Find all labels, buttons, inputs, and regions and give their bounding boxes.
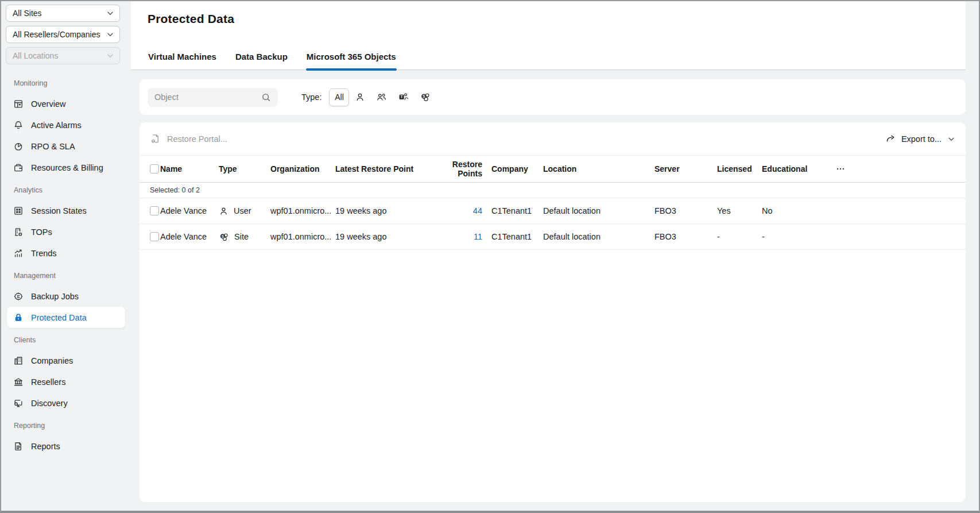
- ellipsis-icon: [835, 164, 846, 174]
- chevron-down-icon: [106, 52, 114, 60]
- cell-organization: wpf01.onmicro...: [270, 206, 335, 215]
- row-checkbox[interactable]: [150, 206, 159, 215]
- sidebar-item-label: Backup Jobs: [31, 292, 79, 301]
- scope-filters: All Sites All Resellers/Companies All Lo…: [0, 5, 131, 64]
- cell-latest-restore-point: 19 weeks ago: [335, 206, 436, 215]
- selection-summary-row: Selected: 0 of 2: [140, 183, 966, 198]
- sidebar-item-backup-jobs[interactable]: Backup Jobs: [7, 286, 125, 307]
- column-header-location[interactable]: Location: [543, 164, 654, 173]
- type-filter-group-button[interactable]: [371, 88, 392, 106]
- object-search-input[interactable]: [154, 92, 257, 102]
- discovery-monitor-icon: [13, 398, 24, 408]
- table-header-row: Name Type Organization Latest Restore Po…: [140, 156, 966, 183]
- column-header-restore-points[interactable]: Restore Points: [436, 160, 482, 178]
- table-row[interactable]: Adele Vance User wpf01.onmicro... 19 wee…: [140, 198, 966, 224]
- sidebar-item-label: Resources & Billing: [31, 163, 103, 172]
- export-to-button[interactable]: Export to...: [885, 133, 955, 144]
- sidebar-item-session-states[interactable]: Session States: [7, 200, 125, 221]
- sidebar-item-label: Session States: [31, 206, 87, 215]
- company-buildings-icon: [13, 356, 24, 366]
- sidebar-item-trends[interactable]: Trends: [7, 242, 125, 264]
- nav-section-reporting: Reporting: [0, 422, 131, 435]
- type-filter-teams-button[interactable]: T: [393, 88, 414, 106]
- type-filter-user-button[interactable]: [350, 88, 370, 106]
- export-arrow-icon: [885, 133, 896, 144]
- user-icon: [355, 92, 365, 102]
- sidebar: All Sites All Resellers/Companies All Lo…: [0, 0, 131, 513]
- dashboard-icon: [13, 99, 24, 109]
- table-row[interactable]: Adele Vance S Site wpf01.onmicro... 19 w…: [140, 224, 966, 250]
- restore-points-link[interactable]: 44: [473, 206, 482, 215]
- nav-section-analytics: Analytics: [0, 186, 131, 200]
- sidebar-item-companies[interactable]: Companies: [7, 350, 125, 371]
- column-header-educational[interactable]: Educational: [762, 164, 832, 173]
- cell-company: C1Tenant1: [491, 232, 543, 241]
- sidebar-item-reports[interactable]: Reports: [7, 435, 125, 457]
- cell-name: Adele Vance: [160, 206, 219, 215]
- type-filter-all-button[interactable]: All: [329, 88, 349, 106]
- column-header-licensed[interactable]: Licensed: [717, 164, 762, 173]
- type-filter-sharepoint-button[interactable]: S: [415, 88, 436, 106]
- resellers-companies-filter-dropdown[interactable]: All Resellers/Companies: [6, 26, 120, 43]
- tab-virtual-machines[interactable]: Virtual Machines: [148, 46, 217, 70]
- sites-filter-dropdown[interactable]: All Sites: [6, 5, 120, 22]
- restore-portal-icon: [150, 133, 161, 144]
- column-header-type[interactable]: Type: [219, 164, 270, 173]
- search-icon[interactable]: [261, 92, 271, 102]
- sharepoint-icon: S: [420, 92, 431, 102]
- user-icon: [219, 206, 228, 216]
- svg-text:S: S: [423, 94, 425, 98]
- cell-licensed: Yes: [717, 206, 762, 215]
- sidebar-item-label: Trends: [31, 249, 57, 258]
- cell-company: C1Tenant1: [491, 206, 543, 215]
- page-title: Protected Data: [148, 12, 234, 26]
- column-header-name[interactable]: Name: [160, 164, 219, 173]
- trend-chart-icon: [13, 248, 24, 259]
- cell-latest-restore-point: 19 weeks ago: [335, 232, 436, 241]
- table-toolbar: Restore Portal... Export to...: [140, 122, 966, 156]
- row-checkbox[interactable]: [150, 232, 159, 241]
- tab-data-backup[interactable]: Data Backup: [235, 46, 288, 70]
- sidebar-item-label: Resellers: [31, 377, 65, 387]
- nav-section-monitoring: Monitoring: [0, 79, 131, 93]
- column-header-company[interactable]: Company: [491, 164, 543, 173]
- objects-table-card: Restore Portal... Export to... Name Type…: [140, 122, 966, 502]
- type-filter-label: Type:: [301, 92, 321, 102]
- sidebar-item-rpo-sla[interactable]: RPO & SLA: [7, 136, 125, 157]
- cell-educational: No: [762, 206, 832, 215]
- nav-section-clients: Clients: [0, 336, 131, 350]
- tab-microsoft-365-objects[interactable]: Microsoft 365 Objects: [306, 46, 397, 70]
- sidebar-item-discovery[interactable]: Discovery: [7, 392, 125, 414]
- bank-icon: [13, 377, 24, 387]
- sidebar-item-label: Protected Data: [31, 313, 87, 322]
- sidebar-item-active-alarms[interactable]: Active Alarms: [7, 114, 125, 136]
- column-header-organization[interactable]: Organization: [270, 164, 335, 173]
- sidebar-item-protected-data[interactable]: Protected Data: [7, 307, 125, 328]
- sidebar-item-label: TOPs: [31, 227, 52, 237]
- sidebar-item-label: Overview: [31, 99, 65, 109]
- column-settings-button[interactable]: [832, 164, 849, 174]
- column-header-latest-restore-point[interactable]: Latest Restore Point: [335, 164, 436, 173]
- sidebar-item-tops[interactable]: TOPs: [7, 221, 125, 242]
- chevron-down-icon: [106, 30, 114, 38]
- sidebar-item-label: Companies: [31, 356, 73, 365]
- tab-bar: Virtual Machines Data Backup Microsoft 3…: [148, 46, 397, 70]
- select-all-checkbox[interactable]: [150, 164, 159, 173]
- sidebar-item-label: RPO & SLA: [31, 142, 75, 151]
- sidebar-item-resellers[interactable]: Resellers: [7, 371, 125, 392]
- restore-portal-button[interactable]: Restore Portal...: [150, 133, 227, 144]
- restore-portal-label: Restore Portal...: [167, 134, 227, 144]
- cell-educational: -: [762, 232, 832, 241]
- sidebar-item-resources-billing[interactable]: Resources & Billing: [7, 157, 125, 178]
- object-search-box: [148, 88, 278, 107]
- selection-summary: Selected: 0 of 2: [150, 186, 200, 194]
- locations-filter-value: All Locations: [13, 51, 58, 60]
- column-header-server[interactable]: Server: [654, 164, 717, 173]
- header-select-cell: [150, 164, 160, 173]
- export-to-label: Export to...: [901, 134, 942, 144]
- cell-location: Default location: [543, 206, 654, 215]
- sidebar-item-overview[interactable]: Overview: [7, 93, 125, 114]
- lock-icon: [13, 313, 24, 323]
- page-header: Protected Data Virtual Machines Data Bac…: [131, 0, 966, 70]
- restore-points-link[interactable]: 11: [474, 232, 482, 241]
